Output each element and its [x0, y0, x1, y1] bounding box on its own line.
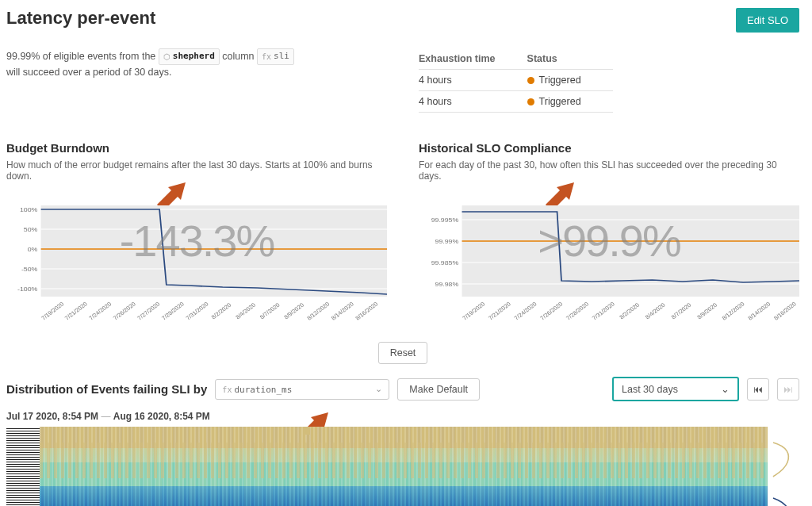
- compliance-title: Historical SLO Compliance: [419, 141, 799, 155]
- reset-button[interactable]: Reset: [378, 342, 428, 364]
- svg-text:100%: 100%: [20, 205, 38, 213]
- svg-text:7/27/2020: 7/27/2020: [136, 301, 161, 322]
- status-cell: Triggered: [527, 70, 613, 91]
- burndown-subtitle: How much of the error budget remains aft…: [6, 159, 387, 182]
- exhaustion-cell: 4 hours: [419, 91, 527, 113]
- svg-text:8/16/2020: 8/16/2020: [354, 301, 379, 322]
- svg-text:7/31/2020: 7/31/2020: [184, 301, 209, 322]
- svg-text:7/21/2020: 7/21/2020: [487, 301, 512, 322]
- svg-text:50%: 50%: [24, 225, 38, 233]
- th-exhaustion: Exhaustion time: [419, 48, 527, 70]
- svg-text:8/9/2020: 8/9/2020: [695, 301, 718, 320]
- svg-text:8/14/2020: 8/14/2020: [746, 301, 772, 322]
- svg-text:99.995%: 99.995%: [431, 216, 459, 224]
- heatmap-distribution-curves: [768, 427, 799, 506]
- exhaustion-cell: 4 hours: [419, 70, 527, 91]
- svg-text:0%: 0%: [28, 245, 38, 253]
- slo-description: 99.99% of eligible events from the ⬡shep…: [6, 48, 387, 113]
- service-name: shepherd: [173, 50, 215, 63]
- compliance-subtitle: For each day of the past 30, how often t…: [419, 159, 799, 182]
- svg-text:7/28/2020: 7/28/2020: [160, 301, 186, 322]
- svg-text:99.98%: 99.98%: [435, 280, 459, 288]
- svg-text:99.99%: 99.99%: [435, 237, 459, 245]
- svg-text:7/31/2020: 7/31/2020: [591, 301, 616, 322]
- svg-text:-100%: -100%: [17, 285, 38, 293]
- date-range-label: Last 30 days: [622, 384, 678, 395]
- svg-text:8/14/2020: 8/14/2020: [330, 301, 355, 322]
- heatmap-y-axis: [6, 427, 40, 506]
- date-range-select[interactable]: Last 30 days ⌄: [612, 377, 739, 401]
- svg-text:8/2/2020: 8/2/2020: [618, 301, 641, 320]
- desc-column-word: column: [222, 51, 254, 62]
- svg-text:8/7/2020: 8/7/2020: [670, 301, 693, 320]
- compliance-chart[interactable]: 99.995% 99.99% 99.985% 99.98% 7/19/2020 …: [419, 205, 799, 324]
- svg-text:7/19/2020: 7/19/2020: [40, 301, 65, 322]
- desc-prefix: 99.99% of eligible events from the: [6, 51, 155, 62]
- distribution-title: Distribution of Events failing SLI by: [6, 382, 207, 396]
- desc-suffix: will succeed over a period of 30 days.: [6, 67, 171, 78]
- sli-name: sli: [274, 50, 289, 63]
- edit-slo-button[interactable]: Edit SLO: [736, 8, 799, 33]
- fx-icon: fx: [222, 385, 232, 394]
- status-cell: Triggered: [527, 91, 613, 113]
- svg-text:8/2/2020: 8/2/2020: [210, 301, 233, 320]
- status-dot-icon: [527, 77, 534, 84]
- time-next-button: ⏭: [777, 378, 799, 401]
- svg-text:7/24/2020: 7/24/2020: [87, 301, 113, 322]
- status-row: 4 hours Triggered: [419, 91, 613, 113]
- svg-text:7/28/2020: 7/28/2020: [565, 301, 590, 322]
- svg-text:8/9/2020: 8/9/2020: [282, 301, 305, 320]
- cube-icon: ⬡: [163, 51, 170, 63]
- svg-text:8/7/2020: 8/7/2020: [259, 301, 282, 320]
- svg-text:-50%: -50%: [21, 265, 38, 273]
- heatmap-chart[interactable]: [40, 427, 768, 506]
- status-dot-icon: [527, 98, 534, 105]
- fx-icon: fx: [262, 51, 271, 63]
- status-table: Exhaustion time Status 4 hours Triggered…: [419, 48, 613, 113]
- burndown-title: Budget Burndown: [6, 141, 387, 155]
- chevron-down-icon: ⌄: [375, 384, 382, 394]
- svg-text:99.985%: 99.985%: [431, 259, 459, 266]
- svg-text:8/16/2020: 8/16/2020: [772, 301, 798, 322]
- svg-rect-1: [41, 205, 387, 297]
- status-row: 4 hours Triggered: [419, 70, 613, 91]
- svg-text:7/24/2020: 7/24/2020: [513, 301, 538, 322]
- svg-text:8/4/2020: 8/4/2020: [644, 301, 667, 320]
- sli-chip[interactable]: fxsli: [257, 48, 294, 65]
- svg-rect-27: [462, 205, 799, 297]
- make-default-button[interactable]: Make Default: [397, 378, 480, 401]
- chevron-down-icon: ⌄: [721, 383, 730, 395]
- th-status: Status: [527, 48, 613, 70]
- svg-text:8/12/2020: 8/12/2020: [720, 301, 745, 322]
- burndown-chart[interactable]: 100% 50% 0% -50% -100% 7/19/2020 7/21/20…: [6, 205, 387, 324]
- distribution-field-select[interactable]: fx duration_ms ⌄: [215, 379, 389, 400]
- page-title: Latency per-event: [6, 8, 155, 29]
- svg-text:7/26/2020: 7/26/2020: [112, 301, 137, 322]
- field-name: duration_ms: [234, 385, 292, 395]
- service-chip[interactable]: ⬡shepherd: [159, 48, 220, 65]
- svg-text:8/4/2020: 8/4/2020: [234, 301, 257, 320]
- svg-text:7/19/2020: 7/19/2020: [461, 301, 486, 322]
- time-prev-button[interactable]: ⏮: [747, 378, 769, 401]
- svg-text:7/21/2020: 7/21/2020: [63, 301, 89, 322]
- svg-text:8/12/2020: 8/12/2020: [305, 301, 331, 322]
- svg-text:7/26/2020: 7/26/2020: [538, 301, 564, 322]
- date-range-display: Jul 17 2020, 8:54 PM — Aug 16 2020, 8:54…: [6, 411, 799, 422]
